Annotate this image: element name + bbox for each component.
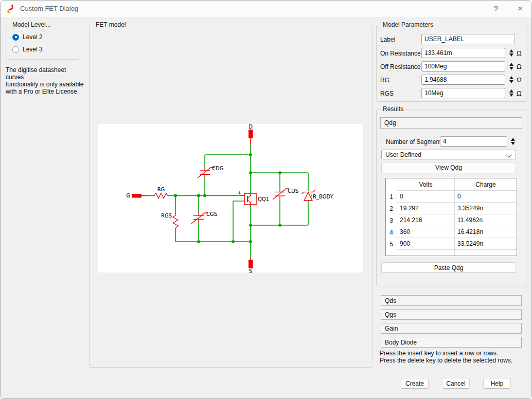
- body-diode-section-button[interactable]: Body Diode: [381, 337, 522, 348]
- label-rgs: RGS: [161, 213, 172, 219]
- fet-schematic: D G S RG RGS CDG CGS CDS QQ1 !R_BODY +: [98, 124, 363, 273]
- table-corner: [386, 178, 397, 191]
- paste-qdg-button[interactable]: Paste Qdg: [381, 262, 516, 273]
- insert-row-hint: Press the insert key to insert a row or …: [380, 350, 498, 357]
- results-title: Results: [381, 105, 405, 113]
- label-d: D: [249, 124, 253, 130]
- cell-charge[interactable]: 33.5249n: [454, 238, 517, 250]
- preset-dropdown[interactable]: User Defined: [381, 150, 516, 159]
- radio-level-2[interactable]: Level 2: [12, 33, 43, 41]
- fet-schematic-canvas: D G S RG RGS CDG CGS CDS QQ1 !R_BODY +: [98, 124, 363, 273]
- on-resistance-input[interactable]: [421, 48, 505, 58]
- label-cdg: CDG: [212, 166, 223, 171]
- cell-charge[interactable]: 0: [454, 191, 517, 203]
- label-qq1: QQ1: [258, 196, 269, 202]
- radio-level-2-dot[interactable]: [12, 34, 19, 41]
- rgs-label: RGS: [380, 90, 394, 97]
- label-plus: +: [238, 190, 241, 196]
- delete-row-hint: Press the delete key to delete the selec…: [380, 357, 512, 364]
- qds-section-button[interactable]: Qds: [381, 295, 522, 306]
- simetrix-logo-icon: [6, 4, 16, 14]
- custom-fet-dialog: Custom FET Dialog ? × Model Level... Lev…: [0, 0, 532, 399]
- label-cgs: CGS: [206, 211, 217, 217]
- cell-volts[interactable]: 900: [397, 238, 454, 250]
- view-qdg-button[interactable]: View Qdg: [381, 162, 516, 173]
- off-resistance-spinner[interactable]: [507, 61, 515, 71]
- fet-model-group-title: FET model: [94, 21, 128, 28]
- window-help-button[interactable]: ?: [486, 1, 506, 16]
- label-cds: CDS: [288, 188, 298, 194]
- window-title: Custom FET Dialog: [20, 5, 78, 12]
- chevron-down-icon: [506, 152, 511, 157]
- model-parameters-title: Model Parameters: [381, 21, 435, 28]
- cell-volts[interactable]: 0: [397, 191, 454, 203]
- qq1-transistor: [241, 193, 256, 205]
- label-rg: RG: [157, 187, 165, 192]
- row-number[interactable]: 2: [386, 203, 397, 214]
- cell-charge[interactable]: 3.35249n: [454, 203, 517, 214]
- off-resistance-input[interactable]: [421, 61, 505, 71]
- rg-spinner[interactable]: [507, 75, 515, 85]
- title-bar: Custom FET Dialog ? ×: [1, 1, 531, 17]
- radio-level-3-dot[interactable]: [12, 46, 19, 53]
- rg-resistor: [154, 193, 168, 198]
- model-level-group-title: Model Level...: [10, 21, 53, 28]
- rgs-spinner[interactable]: [507, 88, 515, 98]
- radio-level-3-label: Level 3: [23, 46, 43, 53]
- help-button[interactable]: Help: [483, 378, 511, 389]
- row-number[interactable]: 1: [386, 191, 397, 203]
- label-g: G: [126, 193, 130, 198]
- table-filler: [454, 250, 517, 256]
- gain-section-button[interactable]: Gain: [381, 323, 522, 334]
- label-s: S: [249, 268, 252, 274]
- qgs-section-button[interactable]: Qgs: [381, 309, 522, 320]
- off-resistance-label: Off Resistance: [380, 63, 420, 70]
- rg-input[interactable]: [421, 75, 505, 85]
- cell-volts[interactable]: 360: [397, 226, 454, 238]
- row-number[interactable]: 4: [386, 226, 397, 238]
- cell-charge[interactable]: 16.4218n: [454, 226, 517, 238]
- rgs-unit: Ω: [517, 89, 522, 97]
- label-input[interactable]: [421, 34, 515, 44]
- row-number[interactable]: 5: [386, 238, 397, 250]
- terminal-s: [249, 258, 253, 268]
- on-resistance-label: On Resistance: [380, 50, 421, 57]
- qdg-section-button[interactable]: Qdg: [380, 117, 522, 129]
- qdg-table: Volts Charge 1 0 0 2 19.292 3.35249n 3 2…: [385, 178, 517, 256]
- col-header-volts: Volts: [397, 178, 454, 191]
- rgs-input[interactable]: [421, 88, 505, 98]
- on-resistance-unit: Ω: [517, 49, 522, 57]
- cgs-capacitor: [191, 212, 208, 224]
- table-filler: [397, 250, 454, 256]
- rg-unit: Ω: [517, 76, 522, 84]
- off-resistance-unit: Ω: [517, 63, 522, 70]
- label-field-label: Label: [380, 36, 395, 43]
- create-button[interactable]: Create: [401, 378, 429, 389]
- segments-label: Number of Segments: [386, 138, 444, 146]
- preset-dropdown-value: User Defined: [385, 151, 421, 158]
- cancel-button[interactable]: Cancel: [442, 378, 470, 389]
- terminal-d: [249, 130, 253, 144]
- radio-level-2-label: Level 2: [23, 33, 43, 41]
- model-level-group: Model Level... Level 2 Level 3: [6, 25, 79, 60]
- col-header-charge: Charge: [454, 178, 517, 191]
- rg-label: RG: [380, 77, 389, 84]
- rgs-resistor: [173, 215, 178, 228]
- label-rbody: !R_BODY: [311, 194, 334, 200]
- row-number[interactable]: 3: [386, 214, 397, 226]
- radio-level-3[interactable]: Level 3: [12, 46, 43, 53]
- cell-volts[interactable]: 214.216: [397, 214, 454, 226]
- cds-capacitor: [273, 189, 289, 199]
- segments-input[interactable]: [440, 136, 507, 147]
- cell-volts[interactable]: 19.292: [397, 203, 454, 214]
- window-close-button[interactable]: ×: [510, 1, 530, 16]
- cell-charge[interactable]: 11.4962n: [454, 214, 517, 226]
- segments-spinner[interactable]: [509, 136, 517, 147]
- table-filler: [386, 250, 397, 256]
- terminal-g: [132, 194, 146, 198]
- on-resistance-spinner[interactable]: [507, 48, 515, 58]
- schematic-wires: [146, 144, 308, 258]
- license-note: The digitise datasheet curves functional…: [6, 66, 85, 95]
